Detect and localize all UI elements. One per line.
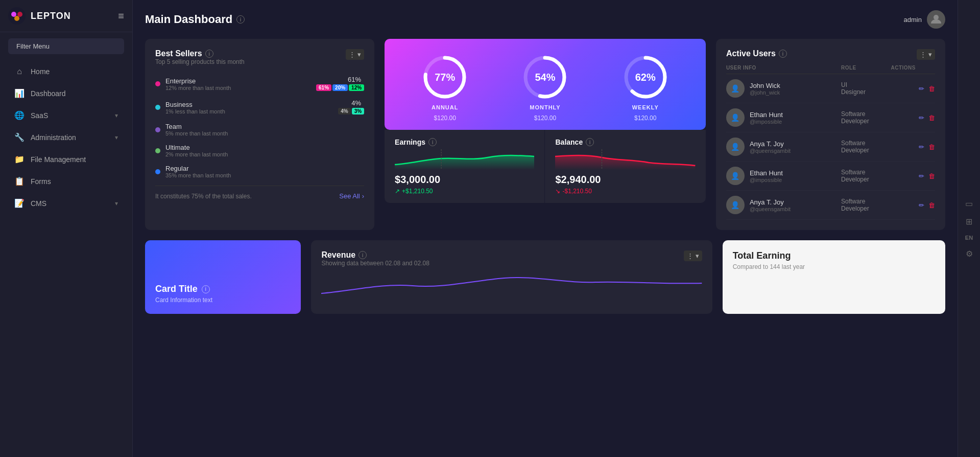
- user-name: admin: [904, 16, 922, 24]
- delete-icon[interactable]: 🗑: [928, 172, 935, 180]
- sidebar: LEPTON ≡ Filter Menu ⌂ Home 📊 Dashboard …: [0, 0, 133, 457]
- filter-menu-button[interactable]: Filter Menu: [8, 38, 124, 54]
- sidebar-item-saas[interactable]: 🌐 SaaS ▾: [4, 105, 128, 126]
- balance-title: Balance: [555, 138, 583, 146]
- user-display-name: Ethan Hunt: [750, 111, 783, 119]
- sidebar-nav: ⌂ Home 📊 Dashboard 🌐 SaaS ▾ 🔧 Administra…: [0, 60, 132, 215]
- product-dot: [155, 81, 160, 86]
- edit-icon[interactable]: ✏: [919, 201, 924, 209]
- earnings-amount: $3,000.00: [395, 174, 534, 186]
- product-sub: 1% less than last month: [165, 108, 225, 115]
- forms-icon: 📋: [14, 176, 25, 186]
- revenue-title: Revenue: [321, 250, 355, 260]
- sidebar-header: LEPTON ≡: [0, 0, 132, 32]
- delete-icon[interactable]: 🗑: [928, 85, 935, 93]
- active-users-menu[interactable]: ⋮ ▾: [917, 49, 935, 60]
- active-users-info-icon: i: [779, 50, 787, 58]
- delete-icon[interactable]: 🗑: [928, 114, 935, 122]
- product-sub: 2% more than last month: [165, 151, 228, 157]
- title-info-icon: i: [236, 15, 245, 24]
- circle-annual: 77%: [422, 54, 468, 100]
- sidebar-label-dashboard: Dashboard: [31, 89, 66, 98]
- total-earning-card: Total Earning Compared to 144 last year: [723, 240, 945, 314]
- revenue-card: Revenue i Showing data between 02.08 and…: [311, 240, 712, 314]
- delete-icon[interactable]: 🗑: [928, 143, 935, 151]
- footer-text: It constitutes 75% of the total sales.: [155, 193, 252, 200]
- admin-icon: 🔧: [14, 132, 25, 142]
- edit-icon[interactable]: ✏: [919, 114, 924, 122]
- app-name: LEPTON: [31, 11, 71, 21]
- chevron-down-icon: ▾: [115, 112, 118, 119]
- user-info: admin: [904, 10, 945, 29]
- pricing-circles: 77% ANNUAL $120.00 54%: [385, 39, 706, 130]
- logo: LEPTON: [8, 7, 71, 25]
- settings-icon[interactable]: ⚙: [966, 249, 973, 259]
- product-name: Enterprise: [165, 77, 231, 85]
- product-sub: 5% more than last month: [165, 130, 228, 136]
- user-display-name: Anya T. Joy: [750, 140, 791, 148]
- product-name: Ultimate: [165, 144, 228, 151]
- role-line2: Designer: [841, 88, 891, 96]
- pricing-annual: 77% ANNUAL $120.00: [422, 54, 468, 122]
- earnings-chart: [395, 149, 534, 170]
- product-sub: 12% more than last month: [165, 85, 231, 91]
- table-row: 👤 Ethan Hunt @impossible Software Develo…: [726, 162, 935, 191]
- revenue-subtitle: Showing data between 02.08 and 02.08: [321, 260, 429, 267]
- col-user-info: USER INFO: [726, 62, 841, 74]
- grid-icon[interactable]: ⊞: [966, 217, 972, 226]
- card-title-text: Card Title: [155, 284, 198, 294]
- avatar: [927, 10, 945, 29]
- language-label[interactable]: EN: [965, 235, 973, 241]
- svg-point-2: [17, 12, 22, 17]
- main-content: Main Dashboard i admin Best Sellers i To…: [133, 0, 958, 457]
- avatar: 👤: [726, 138, 745, 156]
- earnings-card: Earnings i: [385, 130, 545, 203]
- edit-icon[interactable]: ✏: [919, 172, 924, 180]
- best-sellers-subtitle: Top 5 selling products this month: [155, 58, 245, 65]
- user-handle: @queensgambit: [750, 148, 791, 154]
- sidebar-label-saas: SaaS: [31, 111, 48, 120]
- sidebar-item-administration[interactable]: 🔧 Administration ▾: [4, 127, 128, 148]
- circle-weekly: 62%: [623, 54, 668, 100]
- sidebar-item-dashboard[interactable]: 📊 Dashboard: [4, 83, 128, 104]
- user-handle: @impossible: [750, 177, 783, 183]
- edit-icon[interactable]: ✏: [919, 85, 924, 93]
- chevron-down-icon-admin: ▾: [115, 134, 118, 141]
- earnings-info-icon: i: [428, 138, 437, 146]
- circle-monthly: 54%: [522, 54, 568, 100]
- sidebar-item-cms[interactable]: 📝 CMS ▾: [4, 193, 128, 214]
- user-row-info: 👤 Anya T. Joy @queensgambit: [726, 196, 841, 214]
- user-display-name: Anya T. Joy: [750, 198, 791, 206]
- user-row-info: 👤 Anya T. Joy @queensgambit: [726, 138, 841, 156]
- pricing-weekly: 62% WEEKLY $120.00: [623, 54, 668, 122]
- screen-icon[interactable]: ▭: [965, 199, 973, 209]
- hamburger-icon[interactable]: ≡: [118, 10, 124, 22]
- user-row-info: 👤 John Wick @john_wick: [726, 79, 841, 98]
- product-name: Team: [165, 123, 228, 130]
- card-title-card: Card Title i Card Information text: [145, 240, 301, 314]
- product-dot: [155, 127, 160, 132]
- card-title-info-icon: i: [202, 285, 210, 293]
- balance-amount: $2,940.00: [555, 174, 695, 186]
- revenue-menu[interactable]: ⋮ ▾: [684, 250, 702, 261]
- see-all-link[interactable]: See All ›: [339, 192, 364, 200]
- sidebar-item-forms[interactable]: 📋 Forms: [4, 171, 128, 192]
- revenue-info-icon: i: [358, 251, 367, 259]
- role-line1: Software: [841, 140, 891, 147]
- edit-icon[interactable]: ✏: [919, 143, 924, 151]
- best-sellers-card: Best Sellers i Top 5 selling products th…: [145, 39, 374, 230]
- home-icon: ⌂: [14, 67, 25, 76]
- best-sellers-menu[interactable]: ⋮ ▾: [346, 49, 364, 60]
- earnings-balance-grid: Earnings i: [385, 130, 706, 203]
- pricing-monthly: 54% MONTHLY $120.00: [522, 54, 568, 122]
- total-earning-title: Total Earning: [733, 250, 935, 261]
- product-dot: [155, 169, 160, 174]
- delete-icon[interactable]: 🗑: [928, 201, 935, 209]
- product-dot: [155, 105, 160, 110]
- dashboard-icon: 📊: [14, 88, 25, 98]
- sidebar-item-file-management[interactable]: 📁 File Management: [4, 149, 128, 170]
- sidebar-item-home[interactable]: ⌂ Home: [4, 61, 128, 82]
- list-item: Enterprise 12% more than last month 61% …: [155, 76, 364, 92]
- active-users-title: Active Users: [726, 49, 776, 58]
- active-users-card: Active Users i ⋮ ▾ USER INFO ROLE ACTION…: [716, 39, 945, 230]
